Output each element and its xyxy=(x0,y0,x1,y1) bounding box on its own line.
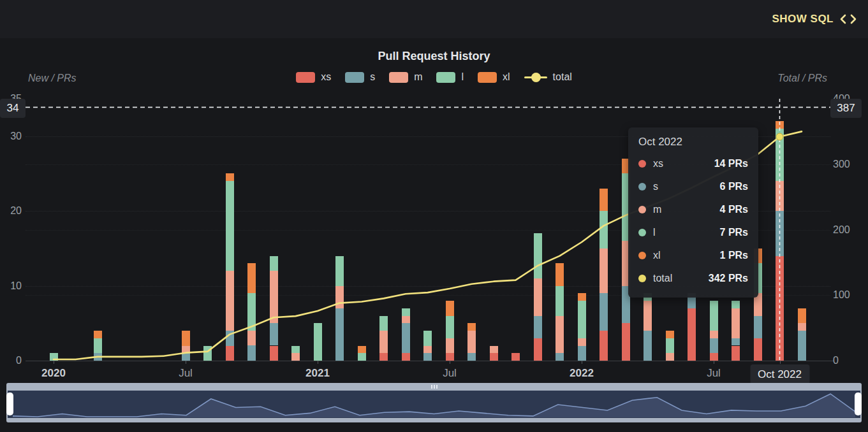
bar-apr-2022[interactable] xyxy=(644,293,652,361)
bar-segment-xl[interactable] xyxy=(446,301,454,315)
bar-segment-l[interactable] xyxy=(291,346,300,354)
bar-aug-2022[interactable] xyxy=(732,301,740,361)
bar-segment-m[interactable] xyxy=(226,271,234,331)
bar-sep-2020[interactable] xyxy=(226,173,234,361)
bar-segment-xl[interactable] xyxy=(247,263,256,293)
bar-segment-s[interactable] xyxy=(534,316,542,338)
bar-segment-m[interactable] xyxy=(578,338,586,346)
bar-segment-xs[interactable] xyxy=(511,353,520,361)
bar-segment-s[interactable] xyxy=(732,338,740,346)
bar-segment-m[interactable] xyxy=(379,331,388,353)
bar-segment-m[interactable] xyxy=(666,353,674,361)
bar-segment-xl[interactable] xyxy=(467,323,476,331)
bar-segment-m[interactable] xyxy=(798,323,806,331)
bar-segment-xs[interactable] xyxy=(622,323,630,361)
bar-jun-2022[interactable] xyxy=(688,293,696,361)
bar-may-2022[interactable] xyxy=(666,331,674,361)
scrollbar-grip-icon[interactable] xyxy=(431,385,438,389)
bar-segment-s[interactable] xyxy=(710,338,718,353)
bar-segment-xs[interactable] xyxy=(754,338,762,361)
bar-segment-xl[interactable] xyxy=(555,263,564,285)
bar-segment-xs[interactable] xyxy=(776,256,784,361)
bar-segment-s[interactable] xyxy=(335,308,344,361)
bar-segment-l[interactable] xyxy=(94,338,102,353)
bar-segment-l[interactable] xyxy=(50,353,58,361)
bar-segment-l[interactable] xyxy=(335,256,344,286)
bar-segment-m[interactable] xyxy=(423,346,432,354)
bar-nov-2021[interactable] xyxy=(534,233,542,361)
bar-segment-l[interactable] xyxy=(776,129,784,181)
bar-jan-2021[interactable] xyxy=(314,323,322,361)
bar-segment-xs[interactable] xyxy=(379,353,388,361)
bar-segment-m[interactable] xyxy=(644,301,652,331)
bar-segment-xs[interactable] xyxy=(688,308,696,361)
minimap-left-handle[interactable] xyxy=(6,392,13,415)
bar-segment-l[interactable] xyxy=(534,233,542,278)
bar-segment-s[interactable] xyxy=(776,211,784,256)
bar-segment-xl[interactable] xyxy=(94,331,102,338)
bar-nov-2020[interactable] xyxy=(270,256,278,361)
bar-apr-2021[interactable] xyxy=(379,316,388,361)
bar-segment-xl[interactable] xyxy=(182,331,190,345)
bar-segment-xs[interactable] xyxy=(226,346,234,361)
bar-segment-s[interactable] xyxy=(555,353,564,361)
bar-segment-m[interactable] xyxy=(776,181,784,211)
bar-segment-m[interactable] xyxy=(467,331,476,353)
bar-oct-2020[interactable] xyxy=(247,263,256,361)
bar-segment-s[interactable] xyxy=(798,331,806,361)
bar-jan-2020[interactable] xyxy=(50,353,58,361)
bar-jan-2022[interactable] xyxy=(578,293,586,361)
bar-segment-xs[interactable] xyxy=(490,353,498,361)
bar-segment-s[interactable] xyxy=(402,323,410,353)
bar-segment-m[interactable] xyxy=(335,286,344,308)
bar-sep-2021[interactable] xyxy=(490,346,498,361)
bar-segment-m[interactable] xyxy=(446,338,454,353)
bar-segment-s[interactable] xyxy=(423,353,432,361)
bar-segment-l[interactable] xyxy=(600,211,608,248)
bar-oct-2021[interactable] xyxy=(511,353,520,361)
bar-segment-xs[interactable] xyxy=(402,353,410,361)
bar-segment-s[interactable] xyxy=(600,293,608,331)
bar-nov-2022[interactable] xyxy=(798,308,806,361)
bar-segment-s[interactable] xyxy=(578,346,586,361)
bar-segment-xs[interactable] xyxy=(446,353,454,361)
bar-segment-xl[interactable] xyxy=(776,121,784,129)
bar-segment-xs[interactable] xyxy=(270,346,278,361)
bar-segment-xl[interactable] xyxy=(358,346,366,354)
bar-segment-l[interactable] xyxy=(314,323,322,361)
bar-segment-m[interactable] xyxy=(710,331,718,338)
bar-segment-s[interactable] xyxy=(644,331,652,361)
bar-segment-l[interactable] xyxy=(402,308,410,316)
bar-segment-xl[interactable] xyxy=(666,331,674,338)
bar-mar-2020[interactable] xyxy=(94,331,102,361)
bar-segment-xl[interactable] xyxy=(798,308,806,323)
bar-segment-m[interactable] xyxy=(270,271,278,323)
bar-segment-xs[interactable] xyxy=(732,346,740,361)
bar-oct-2022[interactable] xyxy=(776,121,784,361)
bar-jul-2020[interactable] xyxy=(182,331,190,361)
bar-segment-s[interactable] xyxy=(754,316,762,338)
bar-segment-l[interactable] xyxy=(732,301,740,308)
bar-jun-2021[interactable] xyxy=(423,331,432,361)
bar-segment-l[interactable] xyxy=(555,286,564,316)
bar-may-2021[interactable] xyxy=(402,308,410,361)
bar-segment-xl[interactable] xyxy=(600,189,608,211)
bar-segment-xl[interactable] xyxy=(226,173,234,181)
bar-segment-s[interactable] xyxy=(182,353,190,361)
bar-feb-2022[interactable] xyxy=(600,189,608,361)
bar-segment-m[interactable] xyxy=(732,308,740,338)
bar-segment-l[interactable] xyxy=(226,181,234,271)
bar-segment-s[interactable] xyxy=(467,353,476,361)
bar-segment-l[interactable] xyxy=(247,293,256,331)
bar-mar-2021[interactable] xyxy=(358,346,366,361)
bar-segment-m[interactable] xyxy=(402,316,410,324)
minimap-right-handle[interactable] xyxy=(855,392,862,415)
bar-aug-2021[interactable] xyxy=(467,323,476,361)
bar-segment-m[interactable] xyxy=(555,316,564,354)
bar-dec-2020[interactable] xyxy=(291,346,300,361)
bar-jul-2022[interactable] xyxy=(710,301,718,361)
bar-segment-s[interactable] xyxy=(94,353,102,361)
bar-segment-m[interactable] xyxy=(247,331,256,345)
bar-segment-l[interactable] xyxy=(270,256,278,271)
bar-segment-xs[interactable] xyxy=(600,331,608,361)
